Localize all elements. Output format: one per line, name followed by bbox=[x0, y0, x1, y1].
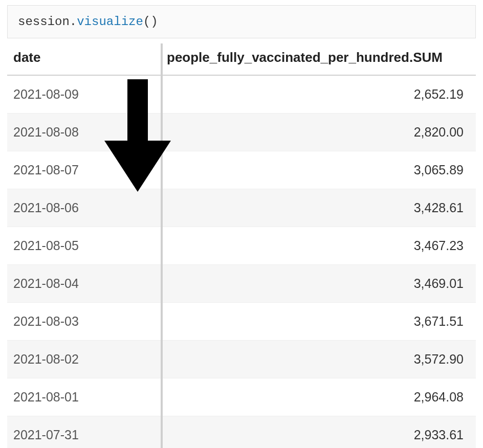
code-function: visualize bbox=[77, 15, 143, 29]
cell-date: 2021-08-02 bbox=[7, 341, 161, 378]
code-suffix: () bbox=[143, 15, 158, 29]
cell-value: 3,572.90 bbox=[161, 341, 476, 378]
cell-value: 2,820.00 bbox=[161, 114, 476, 151]
cell-date: 2021-08-06 bbox=[7, 189, 161, 227]
table-row[interactable]: 2021-08-043,469.01 bbox=[7, 265, 476, 303]
column-header-value[interactable]: people_fully_vaccinated_per_hundred.SUM bbox=[161, 38, 476, 75]
table-row[interactable]: 2021-08-053,467.23 bbox=[7, 227, 476, 265]
table-row[interactable]: 2021-08-082,820.00 bbox=[7, 114, 476, 151]
cell-date: 2021-08-05 bbox=[7, 227, 161, 265]
cell-value: 3,469.01 bbox=[161, 265, 476, 303]
column-header-date[interactable]: date bbox=[7, 38, 161, 75]
code-cell[interactable]: session.visualize() bbox=[7, 5, 476, 38]
cell-value: 3,671.51 bbox=[161, 303, 476, 341]
table-row[interactable]: 2021-08-073,065.89 bbox=[7, 151, 476, 189]
cell-date: 2021-08-09 bbox=[7, 75, 161, 114]
table-row[interactable]: 2021-07-312,933.61 bbox=[7, 416, 476, 449]
cell-value: 2,964.08 bbox=[161, 378, 476, 416]
table-row[interactable]: 2021-08-012,964.08 bbox=[7, 378, 476, 416]
cell-date: 2021-08-01 bbox=[7, 378, 161, 416]
cell-date: 2021-08-03 bbox=[7, 303, 161, 341]
cell-value: 2,933.61 bbox=[161, 416, 476, 449]
cell-value: 2,652.19 bbox=[161, 75, 476, 114]
table-row[interactable]: 2021-08-063,428.61 bbox=[7, 189, 476, 227]
cell-date: 2021-08-07 bbox=[7, 151, 161, 189]
cell-value: 3,428.61 bbox=[161, 189, 476, 227]
table-row[interactable]: 2021-08-023,572.90 bbox=[7, 341, 476, 378]
table-header-row: date people_fully_vaccinated_per_hundred… bbox=[7, 38, 476, 75]
cell-date: 2021-07-31 bbox=[7, 416, 161, 449]
cell-date: 2021-08-04 bbox=[7, 265, 161, 303]
data-table: date people_fully_vaccinated_per_hundred… bbox=[7, 38, 476, 448]
data-table-wrapper: date people_fully_vaccinated_per_hundred… bbox=[7, 38, 476, 448]
table-row[interactable]: 2021-08-092,652.19 bbox=[7, 75, 476, 114]
cell-date: 2021-08-08 bbox=[7, 114, 161, 151]
code-prefix: session. bbox=[18, 15, 77, 29]
cell-value: 3,065.89 bbox=[161, 151, 476, 189]
cell-value: 3,467.23 bbox=[161, 227, 476, 265]
table-row[interactable]: 2021-08-033,671.51 bbox=[7, 303, 476, 341]
table-body: 2021-08-092,652.192021-08-082,820.002021… bbox=[7, 75, 476, 448]
